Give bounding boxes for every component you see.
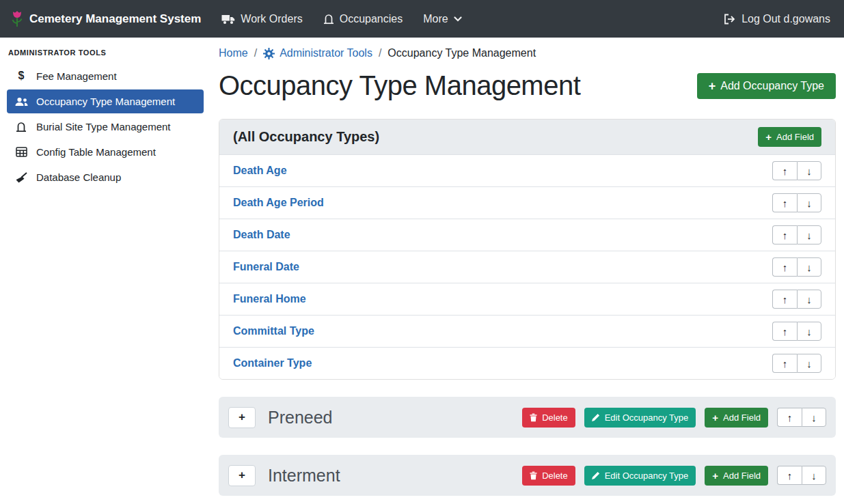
reorder-buttons: ↑ ↓ [777, 466, 826, 485]
add-field-button[interactable]: + Add Field [758, 127, 821, 147]
sidebar-item-config-table-management[interactable]: Config Table Management [7, 140, 204, 164]
field-link[interactable]: Death Age Period [233, 197, 324, 209]
add-occupancy-type-label: Add Occupancy Type [720, 80, 824, 92]
gear-icon [263, 48, 275, 59]
up-arrow-icon: ↑ [787, 471, 793, 481]
plus-icon: + [239, 468, 245, 482]
sidebar-item-fee-management[interactable]: $ Fee Management [7, 64, 204, 88]
move-down-button[interactable]: ↓ [797, 225, 821, 244]
move-up-button[interactable]: ↑ [772, 354, 797, 373]
delete-label: Delete [542, 412, 568, 423]
field-link[interactable]: Container Type [233, 357, 312, 369]
field-row: Committal Type ↑ ↓ [219, 316, 835, 348]
field-link[interactable]: Committal Type [233, 325, 314, 337]
reorder-buttons: ↑ ↓ [772, 290, 821, 309]
plus-icon: + [709, 80, 716, 92]
field-row: Container Type ↑ ↓ [219, 348, 835, 379]
expand-button[interactable]: + [228, 407, 256, 428]
field-link[interactable]: Death Age [233, 165, 287, 177]
move-down-button[interactable]: ↓ [797, 257, 821, 277]
move-down-button[interactable]: ↓ [797, 193, 821, 212]
logout-label: Log Out d.gowans [741, 13, 830, 25]
breadcrumb-admin-tools-link[interactable]: Administrator Tools [263, 47, 372, 59]
users-icon [14, 97, 29, 107]
reorder-buttons: ↑ ↓ [772, 161, 821, 180]
move-down-button[interactable]: ↓ [797, 354, 821, 373]
nav-more[interactable]: More [423, 13, 461, 25]
field-link[interactable]: Funeral Home [233, 293, 306, 305]
table-icon [14, 147, 29, 157]
delete-button[interactable]: Delete [522, 408, 575, 428]
up-arrow-icon: ↑ [782, 359, 788, 369]
down-arrow-icon: ↓ [806, 294, 812, 305]
move-up-button[interactable]: ↑ [772, 225, 797, 244]
delete-button[interactable]: Delete [522, 466, 575, 486]
move-down-button[interactable]: ↓ [802, 466, 826, 485]
section-title: Interment [268, 466, 340, 486]
up-arrow-icon: ↑ [782, 262, 788, 272]
up-arrow-icon: ↑ [782, 166, 788, 176]
nav-work-orders-label: Work Orders [241, 13, 302, 25]
move-down-button[interactable]: ↓ [797, 290, 821, 309]
logout-icon [724, 14, 736, 25]
move-up-button[interactable]: ↑ [772, 193, 797, 212]
nav-occupancies[interactable]: Occupancies [323, 13, 403, 25]
sidebar-item-burial-site-type-management[interactable]: Burial Site Type Management [7, 115, 204, 139]
down-arrow-icon: ↓ [806, 166, 812, 176]
move-up-button[interactable]: ↑ [772, 322, 797, 341]
up-arrow-icon: ↑ [782, 230, 788, 240]
plus-icon: + [712, 471, 718, 481]
add-field-button[interactable]: + Add Field [705, 466, 768, 486]
breadcrumb-home-link[interactable]: Home [219, 47, 248, 59]
field-link[interactable]: Death Date [233, 229, 290, 241]
add-field-button[interactable]: + Add Field [705, 408, 768, 428]
nav-work-orders[interactable]: Work Orders [221, 13, 302, 25]
all-occupancy-types-card: (All Occupancy Types) + Add Field Death … [219, 119, 836, 380]
move-up-button[interactable]: ↑ [772, 290, 797, 309]
add-field-label: Add Field [723, 412, 761, 423]
reorder-buttons: ↑ ↓ [777, 408, 826, 427]
page-title: Occupancy Type Management [219, 70, 580, 101]
expand-button[interactable]: + [228, 465, 256, 486]
occupancy-type-section-interment: + Interment Delete [219, 455, 836, 496]
occupancy-type-section-preneed: + Preneed Delete [219, 397, 836, 438]
move-down-button[interactable]: ↓ [797, 322, 821, 341]
up-arrow-icon: ↑ [782, 326, 788, 337]
move-down-button[interactable]: ↓ [802, 408, 826, 427]
work-orders-icon [221, 14, 235, 25]
sidebar-item-occupancy-type-management[interactable]: Occupancy Type Management [7, 89, 204, 113]
move-up-button[interactable]: ↑ [777, 408, 802, 427]
sidebar-item-label: Config Table Management [36, 146, 156, 158]
section-title: Preneed [268, 408, 333, 428]
sidebar: Administrator Tools $ Fee Management Occ… [0, 38, 210, 504]
down-arrow-icon: ↓ [806, 326, 812, 337]
edit-occupancy-type-label: Edit Occupancy Type [605, 471, 689, 481]
field-link[interactable]: Funeral Date [233, 261, 299, 273]
add-field-label: Add Field [723, 471, 761, 481]
sidebar-item-label: Fee Management [36, 70, 117, 82]
edit-occupancy-type-button[interactable]: Edit Occupancy Type [584, 408, 696, 428]
breadcrumb-current: Occupancy Type Management [387, 47, 536, 59]
sidebar-item-label: Occupancy Type Management [36, 96, 175, 107]
reorder-buttons: ↑ ↓ [772, 354, 821, 373]
pencil-icon [592, 471, 600, 479]
move-down-button[interactable]: ↓ [797, 161, 821, 180]
down-arrow-icon: ↓ [811, 412, 817, 423]
add-occupancy-type-button[interactable]: + Add Occupancy Type [697, 73, 836, 99]
edit-occupancy-type-button[interactable]: Edit Occupancy Type [584, 466, 696, 486]
move-up-button[interactable]: ↑ [777, 466, 802, 485]
logout-button[interactable]: Log Out d.gowans [724, 13, 830, 25]
sidebar-item-database-cleanup[interactable]: Database Cleanup [7, 165, 204, 189]
section-actions: Delete Edit Occupancy Type + Add Field ↑ [522, 466, 826, 486]
edit-occupancy-type-label: Edit Occupancy Type [605, 412, 689, 423]
chevron-down-icon [454, 16, 462, 22]
move-up-button[interactable]: ↑ [772, 161, 797, 180]
down-arrow-icon: ↓ [811, 471, 817, 481]
tulip-logo-icon [11, 10, 23, 28]
pencil-icon [592, 413, 600, 421]
add-field-label: Add Field [776, 132, 814, 142]
breadcrumb-separator: / [254, 47, 257, 59]
all-occupancy-types-header: (All Occupancy Types) + Add Field [219, 120, 835, 155]
app-brand[interactable]: Cemetery Management System [11, 10, 201, 28]
move-up-button[interactable]: ↑ [772, 257, 797, 277]
